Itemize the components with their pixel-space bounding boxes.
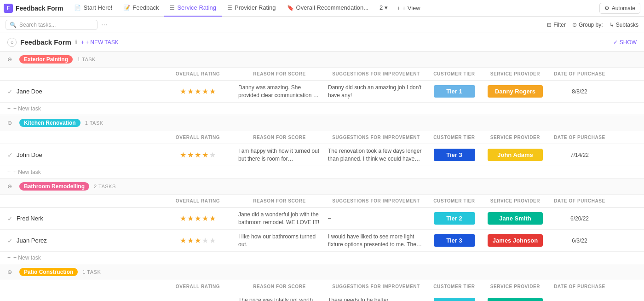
show-button[interactable]: ✓ SHOW bbox=[613, 39, 637, 46]
task-check-bathroom-remodelling-1[interactable]: ✓ bbox=[7, 237, 13, 244]
col-header-date: DATE OF PURCHASE bbox=[550, 282, 610, 291]
group-collapse-bathroom-remodelling[interactable]: ⊖ bbox=[7, 183, 15, 190]
star-2: ★ bbox=[187, 87, 194, 96]
provider-badge-bathroom-remodelling-0: Jane Smith bbox=[488, 212, 543, 225]
nav-tab-label-feedback: Feedback bbox=[132, 4, 159, 11]
column-headers: OVERALL RATING REASON FOR SCORE SUGGESTI… bbox=[0, 195, 644, 208]
col-header-customer-tier: CUSTOMER TIER bbox=[428, 282, 481, 291]
star-rating: ★★★★★ bbox=[180, 236, 216, 245]
filter-label: Filter bbox=[553, 22, 566, 28]
nav-tab-icon-overall-recommendation: 🔖 bbox=[287, 5, 294, 11]
col-header-suggestions: SUGGESTIONS FOR IMPROVEMENT bbox=[324, 133, 428, 142]
suggestions-text-kitchen-renovation-0: The renovation took a few days longer th… bbox=[328, 147, 424, 163]
tier-badge-exterior-painting-0: Tier 1 bbox=[434, 85, 475, 98]
nav-tab-provider-rating[interactable]: ☰Provider Rating bbox=[222, 0, 282, 17]
add-view-label: + View bbox=[402, 5, 420, 12]
toolbar: 🔍 Search tasks... ··· ⊟ Filter ⊙ Group b… bbox=[0, 17, 644, 33]
task-provider-kitchen-renovation-0: John Adams bbox=[481, 146, 550, 164]
col-header-overall-rating: OVERALL RATING bbox=[161, 197, 235, 205]
star-3: ★ bbox=[195, 236, 201, 245]
task-provider-bathroom-remodelling-0: Jane Smith bbox=[481, 209, 550, 227]
task-check-exterior-painting-0[interactable]: ✓ bbox=[7, 88, 13, 95]
provider-badge-patio-construction-0: Jane Smith bbox=[488, 298, 543, 301]
new-task-row-exterior-painting[interactable]: + + New task bbox=[0, 103, 644, 115]
star-rating: ★★★★★ bbox=[180, 214, 216, 223]
search-icon: 🔍 bbox=[10, 22, 17, 28]
group-patio-construction: ⊖ Patio Construction 1 TASK OVERALL RATI… bbox=[0, 264, 644, 301]
nav-tab-feedback[interactable]: 📝Feedback bbox=[118, 0, 164, 17]
col-header-service-provider: SERVICE PROVIDER bbox=[481, 133, 550, 142]
table-area: ⊖ Exterior Painting 1 TASK OVERALL RATIN… bbox=[0, 52, 644, 301]
new-task-row-bathroom-remodelling[interactable]: + + New task bbox=[0, 252, 644, 264]
more-views-button[interactable]: 2 ▾ bbox=[374, 0, 393, 17]
more-options-button[interactable]: ··· bbox=[101, 21, 107, 29]
nav-tab-overall-recommendation[interactable]: 🔖Overall Recommendation... bbox=[282, 0, 374, 17]
task-tier-exterior-painting-0: Tier 1 bbox=[428, 82, 481, 100]
search-box[interactable]: 🔍 Search tasks... bbox=[6, 20, 98, 30]
add-view-button[interactable]: + + View bbox=[393, 5, 424, 12]
col-header-date: DATE OF PURCHASE bbox=[550, 197, 610, 205]
group-collapse-kitchen-renovation[interactable]: ⊖ bbox=[7, 120, 15, 126]
task-check-bathroom-remodelling-0[interactable]: ✓ bbox=[7, 215, 13, 222]
col-header-task-name bbox=[0, 72, 161, 76]
col-header-overall-rating: OVERALL RATING bbox=[161, 69, 235, 78]
task-reason-bathroom-remodelling-1: I like how our bathrooms turned out. bbox=[235, 230, 324, 251]
task-provider-exterior-painting-0: Danny Rogers bbox=[481, 82, 550, 100]
logo-label: Feedback Form bbox=[16, 5, 63, 12]
reason-text-exterior-painting-0: Danny was amazing. She provided clear co… bbox=[238, 84, 321, 99]
date-text-kitchen-renovation-0: 7/14/22 bbox=[570, 152, 589, 158]
group-task-count-kitchen-renovation: 1 TASK bbox=[85, 120, 104, 126]
search-placeholder: Search tasks... bbox=[19, 22, 56, 28]
automate-button[interactable]: ⚙ Automate bbox=[599, 3, 640, 14]
task-check-kitchen-renovation-0[interactable]: ✓ bbox=[7, 151, 13, 159]
nav-tab-service-rating[interactable]: ☰Service Rating bbox=[164, 0, 222, 17]
new-task-label: + NEW TASK bbox=[86, 39, 119, 46]
info-icon[interactable]: ℹ bbox=[75, 39, 77, 46]
task-name-text-exterior-painting-0: Jane Doe bbox=[17, 88, 42, 95]
task-stars-bathroom-remodelling-0: ★★★★★ bbox=[161, 211, 235, 226]
task-provider-patio-construction-0: Jane Smith bbox=[481, 295, 550, 301]
group-by-button[interactable]: ⊙ Group by: bbox=[572, 22, 603, 28]
col-header-customer-tier: CUSTOMER TIER bbox=[428, 69, 481, 78]
group-collapse-exterior-painting[interactable]: ⊖ bbox=[7, 56, 15, 63]
more-views-count: 2 ▾ bbox=[380, 4, 388, 11]
new-task-button[interactable]: + + NEW TASK bbox=[81, 39, 119, 46]
new-task-row-kitchen-renovation[interactable]: + + New task bbox=[0, 166, 644, 179]
col-header-overall-rating: OVERALL RATING bbox=[161, 133, 235, 142]
filter-button[interactable]: ⊟ Filter bbox=[547, 22, 566, 28]
group-task-count-bathroom-remodelling: 2 TASKS bbox=[94, 184, 116, 189]
group-collapse-patio-construction[interactable]: ⊖ bbox=[7, 269, 15, 275]
col-header-reason: REASON FOR SCORE bbox=[235, 282, 324, 291]
star-5: ★ bbox=[209, 236, 216, 245]
reason-text-patio-construction-0: The price was totally not worth the serv… bbox=[238, 296, 321, 301]
tier-badge-kitchen-renovation-0: Tier 3 bbox=[434, 149, 475, 161]
task-stars-bathroom-remodelling-1: ★★★★★ bbox=[161, 233, 235, 248]
star-2: ★ bbox=[187, 214, 194, 223]
nav-tab-label-provider-rating: Provider Rating bbox=[235, 4, 276, 11]
new-task-label-kitchen-renovation: + New task bbox=[13, 169, 41, 175]
group-header-patio-construction: ⊖ Patio Construction 1 TASK bbox=[0, 264, 644, 280]
star-4: ★ bbox=[202, 214, 208, 223]
nav-tab-icon-feedback: 📝 bbox=[123, 5, 130, 11]
task-tier-bathroom-remodelling-1: Tier 3 bbox=[428, 232, 481, 249]
subtasks-button[interactable]: ↳ Subtasks bbox=[610, 22, 638, 28]
subtasks-label: Subtasks bbox=[616, 22, 638, 28]
suggestions-text-bathroom-remodelling-1: I would have liked to see more light fix… bbox=[328, 233, 424, 249]
task-suggestions-patio-construction-0: There needs to be better communication b… bbox=[324, 294, 428, 301]
app-logo: F Feedback Form bbox=[4, 4, 63, 13]
nav-tab-start[interactable]: 📄Start Here! bbox=[69, 0, 118, 17]
nav-tab-label-start: Start Here! bbox=[83, 4, 112, 11]
task-date-bathroom-remodelling-1: 6/3/22 bbox=[550, 235, 610, 247]
collapse-button[interactable]: ○ bbox=[7, 38, 17, 47]
task-suggestions-bathroom-remodelling-0: – bbox=[324, 212, 428, 225]
star-1: ★ bbox=[180, 150, 186, 159]
nav-tabs: 📄Start Here!📝Feedback☰Service Rating☰Pro… bbox=[69, 0, 393, 17]
col-header-customer-tier: CUSTOMER TIER bbox=[428, 197, 481, 205]
group-task-count-exterior-painting: 1 TASK bbox=[77, 57, 96, 62]
task-tier-kitchen-renovation-0: Tier 3 bbox=[428, 146, 481, 164]
task-name-cell-bathroom-remodelling-1: ✓ Juan Perez bbox=[0, 233, 161, 248]
task-tier-patio-construction-0: Tier 2 bbox=[428, 295, 481, 301]
tier-badge-bathroom-remodelling-1: Tier 3 bbox=[434, 234, 475, 247]
date-text-bathroom-remodelling-1: 6/3/22 bbox=[572, 237, 587, 244]
star-2: ★ bbox=[187, 236, 194, 245]
